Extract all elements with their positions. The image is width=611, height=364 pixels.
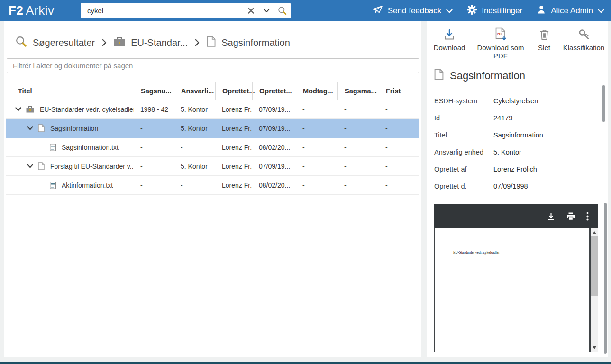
pdf-page: EU-Standarder vedr. cykelsadler [435, 228, 589, 352]
delete-button[interactable]: Slet [529, 27, 559, 52]
table-cell: - [296, 144, 337, 151]
detail-field: Id 24179 [434, 109, 601, 127]
pdf-toolbar [434, 204, 598, 228]
table-cell: Lorenz Fr... [215, 163, 252, 170]
table-cell: 1998 - 42 [134, 106, 174, 113]
table-cell: 5. Kontor [174, 163, 215, 170]
field-value: Lorenz Frölich [493, 165, 537, 173]
detail-field: Oprettet af Lorenz Frölich [434, 161, 601, 178]
table-cell: - [379, 125, 419, 132]
user-label: Alice Admin [551, 6, 593, 16]
pdf-scrollbar-thumb[interactable] [591, 236, 598, 296]
expand-chevron-icon[interactable] [27, 126, 33, 130]
expand-chevron-icon[interactable] [27, 164, 33, 168]
detail-field: ESDH-system Cykelstyrelsen [434, 92, 601, 109]
column-header-titel[interactable]: Titel [6, 82, 134, 100]
search-options-chevron-icon[interactable] [259, 3, 274, 18]
table-cell: - [337, 163, 379, 170]
breadcrumb-record[interactable]: Sagsinformation [207, 36, 290, 49]
column-header-modtaget[interactable]: Modtag... [296, 82, 337, 100]
breadcrumb-case[interactable]: EU-Standar... [114, 36, 188, 49]
table-cell: - [379, 106, 419, 113]
send-feedback-label: Send feedback [388, 6, 441, 16]
details-heading: Sagsinformation [434, 69, 601, 83]
row-title: Sagsinformation [50, 125, 98, 132]
textfile-icon [50, 144, 56, 151]
pdf-download-icon[interactable] [547, 212, 555, 220]
preview-scrollbar-thumb[interactable] [604, 203, 607, 354]
table-cell: - [296, 125, 337, 132]
pdf-more-options-icon[interactable] [586, 212, 589, 221]
search-icon [15, 36, 27, 50]
table-cell: 07/09/19... [252, 106, 296, 113]
pdf-scrollbar[interactable] [591, 228, 598, 352]
table-cell: 08/02/20... [252, 144, 296, 151]
download-label: Download [434, 44, 465, 52]
row-title: EU-Standarder vedr. cykelsadler [40, 106, 134, 113]
case-icon [114, 36, 125, 49]
field-value: 24179 [493, 114, 512, 122]
scroll-down-icon[interactable] [593, 346, 596, 349]
column-header-oprettet-d[interactable]: Oprettet... [252, 82, 296, 100]
column-header-frist[interactable]: Frist [379, 82, 419, 100]
column-header-oprettet-af[interactable]: Oprettet... [215, 82, 252, 100]
download-button[interactable]: Download [427, 27, 472, 52]
scroll-up-icon[interactable] [593, 231, 596, 234]
table-row[interactable]: EU-Standarder vedr. cykelsadler1998 - 42… [6, 100, 419, 119]
table-row[interactable]: Forslag til EU-Standarder v...-5. Kontor… [6, 157, 419, 176]
table-cell: 08/02/20... [252, 182, 296, 189]
table-cell: - [337, 125, 379, 132]
table-cell: - [337, 182, 379, 189]
column-header-sagsmappe[interactable]: Sagsma... [337, 82, 379, 100]
pdf-viewport: EU-Standarder vedr. cykelsadler [434, 228, 598, 352]
settings-label: Indstillinger [482, 6, 522, 16]
classification-button[interactable]: Klassifikation [559, 27, 608, 52]
settings-menu[interactable]: Indstillinger [467, 5, 522, 17]
breadcrumb-label: EU-Standar... [131, 37, 188, 48]
row-title-cell: Forslag til EU-Standarder v... [6, 162, 134, 170]
column-header-ansvarlig[interactable]: Ansvarli... [174, 82, 215, 100]
table-cell: - [134, 182, 174, 189]
search-input[interactable] [81, 7, 242, 15]
table-cell: - [174, 182, 215, 189]
table-cell: - [337, 106, 379, 113]
table-cell: Lorenz Fr... [215, 144, 252, 151]
table-row[interactable]: Aktinformation.txt--Lorenz Fr...08/02/20… [6, 176, 419, 195]
field-label: Id [434, 114, 493, 122]
table-cell: 07/09/19... [252, 125, 296, 132]
user-menu[interactable]: Alice Admin [537, 5, 604, 17]
table-cell: - [134, 125, 174, 132]
row-title: Sagsinformation.txt [62, 144, 119, 151]
table-row[interactable]: Sagsinformation-5. KontorLorenz Fr...07/… [6, 119, 419, 138]
row-title-cell: Sagsinformation.txt [6, 144, 134, 151]
document-icon [207, 36, 216, 49]
user-icon [537, 5, 546, 17]
results-table-body: EU-Standarder vedr. cykelsadler1998 - 42… [6, 100, 419, 195]
app-logo-rest: Arkiv [26, 3, 54, 18]
table-row[interactable]: Sagsinformation.txt--Lorenz Fr...08/02/2… [6, 138, 419, 157]
detail-panel: Download PDF Download som PDF Slet Klass… [427, 21, 608, 357]
details-title: Sagsinformation [450, 70, 525, 82]
delete-label: Slet [538, 44, 550, 52]
gear-icon [467, 5, 477, 17]
download-pdf-label: Download som PDF [474, 44, 527, 60]
clear-search-icon[interactable] [242, 3, 259, 18]
breadcrumb-search-results[interactable]: Søgeresultater [15, 36, 95, 50]
app-logo[interactable]: F2Arkiv [9, 3, 55, 18]
pdf-print-icon[interactable] [566, 212, 575, 220]
breadcrumb-separator-icon [102, 39, 107, 46]
filter-input[interactable] [7, 58, 419, 73]
send-feedback-menu[interactable]: Send feedback [372, 5, 453, 16]
results-panel: Søgeresultater EU-Standar... Sagsinforma… [4, 21, 421, 357]
feedback-chevron-icon [446, 6, 453, 16]
search-submit-icon[interactable] [274, 3, 291, 18]
column-header-sagsnummer[interactable]: Sagsnu... [134, 82, 174, 100]
download-pdf-button[interactable]: PDF Download som PDF [472, 27, 529, 60]
pdf-download-icon: PDF [494, 27, 507, 42]
table-cell: - [174, 144, 215, 151]
breadcrumb-label: Sagsinformation [221, 37, 290, 48]
table-cell: Lorenz Fr... [215, 106, 252, 113]
detail-field: Oprettet d. 07/09/1998 [434, 178, 601, 195]
expand-chevron-icon[interactable] [15, 107, 21, 111]
panel-scrollbar-thumb[interactable] [602, 85, 605, 122]
